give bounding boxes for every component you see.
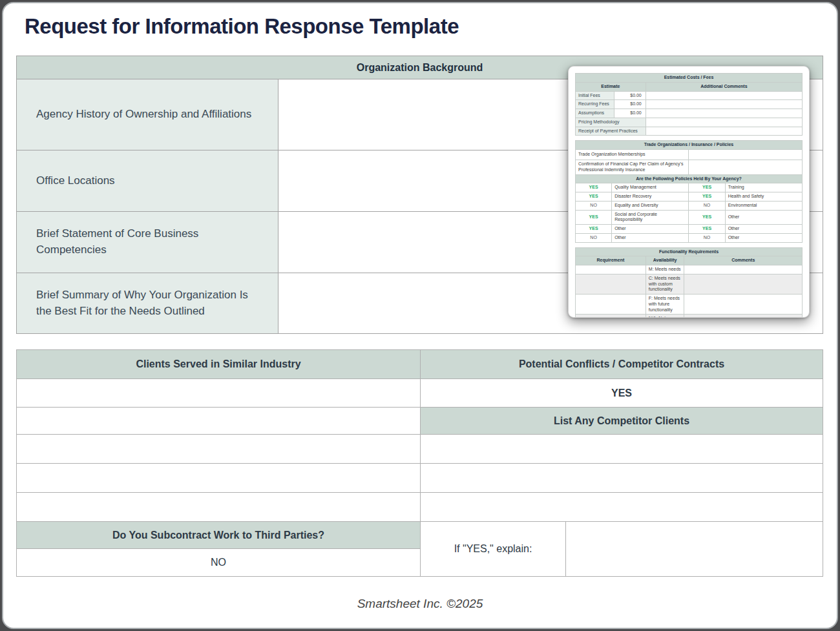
footer-copyright: Smartsheet Inc. ©2025 [0, 597, 840, 611]
subcontract-header: Do You Subcontract Work to Third Parties… [17, 522, 421, 549]
competitor-input-cell[interactable] [421, 435, 823, 464]
trade-row-input-cell[interactable] [689, 150, 803, 160]
policy-answer-cell[interactable]: YES [689, 183, 725, 192]
policy-label: Equality and Diversity [612, 201, 689, 210]
policy-answer-cell[interactable]: YES [576, 183, 612, 192]
trade-row-label: Confirmation of Financial Cap Per Claim … [576, 160, 689, 175]
requirement-cell[interactable] [576, 265, 646, 274]
comments-cell[interactable] [684, 265, 803, 274]
fee-comment-cell[interactable] [646, 100, 802, 109]
comments-cell[interactable] [684, 274, 803, 294]
policy-answer-cell[interactable]: YES [689, 210, 725, 225]
availability-cell[interactable]: N/A: Not applicable [646, 315, 684, 318]
policy-label: Environmental [725, 201, 802, 210]
trade-title: Trade Organizations / Insurance / Polici… [576, 141, 803, 150]
fee-label: Initial Fees [576, 91, 614, 100]
policies-subheader: Are the Following Policies Held By Your … [576, 174, 803, 183]
fee-label: Assumptions [576, 109, 614, 118]
policy-answer-cell[interactable]: NO [576, 233, 612, 242]
policy-label: Other [725, 233, 802, 242]
policy-label: Other [612, 225, 689, 234]
fee-value-cell[interactable]: $0.00 [614, 109, 646, 118]
clients-input-cell[interactable] [17, 379, 421, 408]
org-row-label: Office Locations [17, 150, 278, 212]
clients-input-cell[interactable] [17, 464, 421, 493]
requirement-column-header: Requirement [576, 256, 646, 265]
availability-cell[interactable]: M: Meets needs [646, 265, 684, 274]
clients-input-cell[interactable] [17, 435, 421, 464]
policy-answer-cell[interactable]: YES [689, 192, 725, 202]
potential-conflicts-header: Potential Conflicts / Competitor Contrac… [421, 350, 823, 379]
requirement-cell[interactable] [576, 295, 646, 315]
policy-label: Disaster Recovery [612, 192, 689, 202]
explain-input-cell[interactable] [566, 522, 823, 577]
functionality-requirements-table: Functionality Requirements Requirement A… [575, 247, 803, 318]
policy-label: Social and Corporate Responsibility [612, 210, 689, 225]
estimated-costs-title: Estimated Costs / Fees [576, 74, 803, 83]
requirement-cell[interactable] [576, 274, 646, 294]
policy-answer-cell[interactable]: NO [689, 233, 725, 242]
trade-row-label: Trade Organization Memberships [576, 150, 689, 160]
additional-comments-header: Additional Comments [646, 82, 802, 91]
clients-input-cell[interactable] [17, 493, 421, 522]
policy-label: Other [612, 233, 689, 242]
org-row-label: Brief Statement of Core Business Compete… [17, 212, 278, 273]
competitor-input-cell[interactable] [421, 464, 823, 493]
policy-label: Other [725, 210, 802, 225]
explain-label: If "YES," explain: [421, 522, 566, 577]
org-row-label: Agency History of Ownership and Affiliat… [17, 79, 278, 150]
template-preview-card: Estimated Costs / Fees Estimate Addition… [568, 66, 810, 318]
fee-comment-cell[interactable] [646, 91, 802, 100]
fee-wide-label: Receipt of Payment Practices [576, 127, 646, 136]
fee-label: Recurring Fees [576, 100, 614, 109]
fee-comment-cell[interactable] [646, 127, 802, 136]
policy-label: Training [725, 183, 802, 192]
subcontract-answer-cell[interactable]: NO [17, 549, 421, 577]
fee-value-cell[interactable]: $0.00 [614, 100, 646, 109]
fee-value-cell[interactable]: $0.00 [614, 91, 646, 100]
estimate-column-header: Estimate [576, 82, 646, 91]
policy-answer-cell[interactable]: NO [576, 201, 612, 210]
conflicts-answer-cell[interactable]: YES [421, 379, 823, 408]
competitor-input-cell[interactable] [421, 493, 823, 522]
clients-input-cell[interactable] [17, 408, 421, 435]
fee-wide-label: Pricing Methodology [576, 118, 646, 127]
policy-label: Other [725, 225, 802, 234]
policy-answer-cell[interactable]: YES [689, 225, 725, 234]
policy-answer-cell[interactable]: YES [576, 192, 612, 202]
requirement-cell[interactable] [576, 315, 646, 318]
policy-label: Quality Management [612, 183, 689, 192]
trade-organizations-table: Trade Organizations / Insurance / Polici… [575, 140, 803, 242]
comments-cell[interactable] [684, 295, 803, 315]
availability-cell[interactable]: C: Meets needs with custom functionality [646, 274, 684, 294]
policy-label: Health and Safety [725, 192, 802, 202]
fee-comment-cell[interactable] [646, 109, 802, 118]
policy-answer-cell[interactable]: YES [576, 225, 612, 234]
policy-answer-cell[interactable]: NO [689, 201, 725, 210]
clients-served-header: Clients Served in Similar Industry [17, 350, 421, 379]
trade-row-input-cell[interactable] [689, 160, 803, 175]
comments-column-header: Comments [684, 256, 803, 265]
clients-conflicts-table: Clients Served in Similar Industry Poten… [16, 349, 823, 577]
competitor-clients-header: List Any Competitor Clients [421, 408, 823, 435]
availability-column-header: Availability [646, 256, 684, 265]
functionality-title: Functionality Requirements [576, 247, 803, 256]
availability-cell[interactable]: F: Meets needs with future functionality [646, 295, 684, 315]
comments-cell[interactable] [684, 315, 803, 318]
policy-answer-cell[interactable]: YES [576, 210, 612, 225]
org-row-label: Brief Summary of Why Your Organization I… [17, 273, 278, 334]
estimated-costs-table: Estimated Costs / Fees Estimate Addition… [575, 73, 803, 136]
fee-comment-cell[interactable] [646, 118, 802, 127]
page-title: Request for Information Response Templat… [25, 14, 459, 39]
